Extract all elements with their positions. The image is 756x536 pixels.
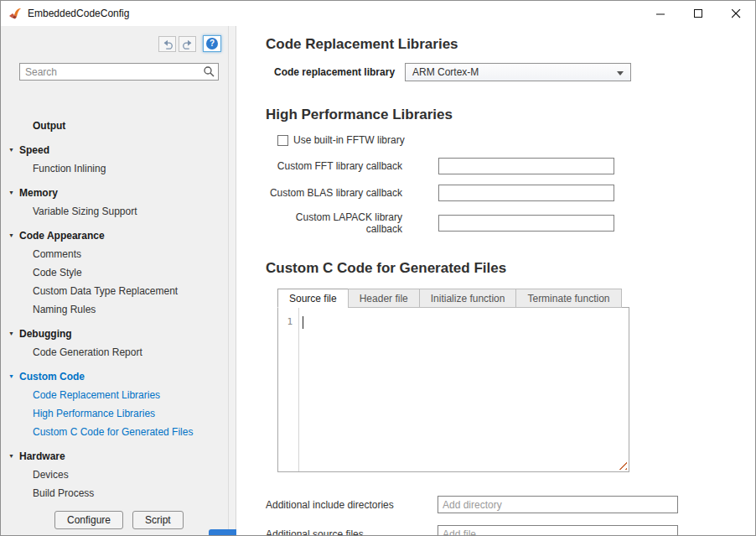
tree-label: Custom Code: [19, 371, 85, 382]
custom-fft-callback-input[interactable]: [438, 158, 614, 174]
tree-item-function-inlining[interactable]: Function Inlining: [1, 159, 228, 178]
code-replacement-library-row: Code replacement library ARM Cortex-M: [274, 63, 738, 81]
tree-label: Naming Rules: [33, 304, 96, 315]
help-button[interactable]: ?: [203, 35, 221, 52]
window-controls: [642, 1, 755, 26]
configure-button[interactable]: Configure: [54, 511, 123, 529]
section-heading-high-performance-libraries: High Performance Libraries: [266, 107, 738, 123]
tree-item-custom-c-code-for-generated-files[interactable]: Custom C Code for Generated Files: [1, 423, 228, 441]
tree-section-debugging[interactable]: ▼Debugging: [1, 325, 228, 343]
section-heading-custom-c-code: Custom C Code for Generated Files: [266, 260, 738, 277]
tree-item-comments[interactable]: Comments: [1, 245, 228, 263]
chevron-down-icon[interactable]: ▼: [8, 184, 14, 202]
tree-label: Devices: [33, 469, 69, 481]
tree-item-naming-rules[interactable]: Naming Rules: [1, 300, 228, 319]
fftw-checkbox-label: Use built-in FFTW library: [293, 134, 405, 146]
chevron-down-icon[interactable]: ▼: [8, 141, 14, 159]
custom-fft-callback-label: Custom FFT library callback: [266, 160, 402, 172]
search-input[interactable]: [19, 63, 219, 81]
tree-item-code-generation-report[interactable]: Code Generation Report: [1, 343, 228, 362]
sidebar-scrollbar[interactable]: [228, 26, 236, 535]
tree-item-variable-sizing-support[interactable]: Variable Sizing Support: [1, 202, 228, 221]
section-heading-code-replacement-libraries: Code Replacement Libraries: [266, 36, 738, 53]
tree-item-build-process[interactable]: Build Process: [1, 484, 228, 502]
additional-source-files-label: Additional source files: [266, 528, 438, 536]
title-bar: EmbeddedCodeConfig: [1, 1, 755, 26]
undo-button[interactable]: [158, 36, 176, 52]
settings-tree: Output ▼Speed Function Inlining ▼Memory …: [1, 111, 228, 509]
dropdown-value: ARM Cortex-M: [412, 66, 479, 78]
code-text-area[interactable]: [300, 308, 629, 471]
tree-section-speed[interactable]: ▼Speed: [1, 141, 228, 159]
line-number-gutter: 1: [278, 308, 299, 471]
tab-initialize-function[interactable]: Initialize function: [419, 289, 517, 308]
tree-item-devices[interactable]: Devices: [1, 466, 228, 484]
tree-item-custom-data-type-replacement[interactable]: Custom Data Type Replacement: [1, 282, 228, 300]
tab-header-file[interactable]: Header file: [348, 289, 420, 308]
chevron-down-icon[interactable]: ▼: [8, 447, 14, 466]
tree-label: Memory: [19, 187, 58, 199]
search-icon: [203, 65, 215, 80]
additional-include-directories-label: Additional include directories: [266, 499, 438, 511]
tree-label: Code Replacement Libraries: [33, 389, 160, 401]
tree-label: High Performance Libraries: [33, 408, 155, 419]
close-button[interactable]: [717, 1, 755, 26]
tree-item-code-style[interactable]: Code Style: [1, 263, 228, 282]
add-file-input[interactable]: [438, 525, 678, 535]
tree-section-hardware[interactable]: ▼Hardware: [1, 447, 228, 466]
tree-section-memory[interactable]: ▼Memory: [1, 184, 228, 202]
chevron-down-icon[interactable]: ▼: [8, 325, 14, 343]
minimize-icon: [656, 9, 665, 18]
script-button[interactable]: Script: [132, 511, 184, 529]
additional-include-directories-row: Additional include directories: [266, 496, 738, 513]
tree-label: Function Inlining: [33, 163, 106, 174]
tab-terminate-function[interactable]: Terminate function: [515, 289, 621, 308]
tree-label: Speed: [19, 144, 49, 156]
settings-panel: Code Replacement Libraries Code replacem…: [236, 26, 755, 535]
tree-item-code-replacement-libraries[interactable]: Code Replacement Libraries: [1, 386, 228, 404]
embedded-code-config-window: EmbeddedCodeConfig: [0, 0, 756, 536]
code-replacement-library-dropdown[interactable]: ARM Cortex-M: [405, 63, 631, 81]
custom-blas-callback-row: Custom BLAS library callback: [266, 185, 738, 201]
custom-lapack-callback-input[interactable]: [438, 215, 614, 232]
tree-label: Output: [33, 120, 65, 132]
tree-item-high-performance-libraries[interactable]: High Performance Libraries: [1, 404, 228, 423]
tree-label: Build Process: [33, 487, 94, 499]
tree-label: Debugging: [19, 328, 72, 340]
line-number: 1: [287, 316, 293, 327]
tree-section-code-appearance[interactable]: ▼Code Appearance: [1, 226, 228, 245]
chevron-down-icon: [617, 71, 624, 75]
tree-section-output[interactable]: Output: [1, 117, 228, 135]
tree-label: Hardware: [19, 450, 65, 462]
tab-source-file[interactable]: Source file: [277, 289, 349, 308]
tree-label: Custom Data Type Replacement: [33, 285, 178, 297]
tree-label: Code Appearance: [19, 230, 105, 242]
redo-button[interactable]: [179, 36, 196, 52]
sidebar-toolbar: ?: [158, 35, 221, 52]
tree-label: Custom C Code for Generated Files: [33, 426, 193, 438]
additional-source-files-row: Additional source files: [266, 525, 738, 535]
chevron-down-icon[interactable]: ▼: [8, 226, 14, 245]
fftw-checkbox[interactable]: [277, 135, 288, 146]
search-box: [19, 63, 219, 81]
minimize-button[interactable]: [642, 1, 680, 26]
tree-section-custom-code[interactable]: ▼Custom Code: [1, 367, 228, 386]
custom-lapack-callback-label: Custom LAPACK library callback: [266, 211, 402, 235]
matlab-app-icon: [8, 7, 22, 20]
help-icon: ?: [206, 38, 218, 49]
sidebar-footer: Configure Script: [54, 511, 184, 529]
text-caret: [303, 316, 303, 329]
chevron-down-icon[interactable]: ▼: [8, 367, 14, 386]
redo-icon: [182, 39, 194, 49]
tree-section-clipped[interactable]: ▼Code Generation Ext: [1, 508, 228, 509]
maximize-icon: [694, 9, 703, 18]
tree-label: Variable Sizing Support: [33, 206, 137, 217]
chevron-down-icon[interactable]: ▼: [8, 508, 14, 509]
custom-blas-callback-input[interactable]: [438, 185, 614, 201]
add-directory-input[interactable]: [438, 496, 678, 513]
maximize-button[interactable]: [680, 1, 717, 26]
undo-icon: [162, 39, 173, 49]
code-editor[interactable]: 1: [277, 307, 629, 472]
window-title: EmbeddedCodeConfig: [28, 8, 129, 19]
custom-fft-callback-row: Custom FFT library callback: [266, 158, 738, 174]
